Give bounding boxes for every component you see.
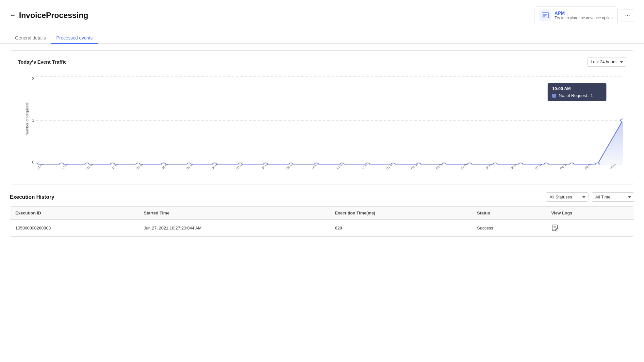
tab-processed-events[interactable]: Processed events	[51, 33, 98, 44]
apm-text: APM Try to explore the advance option	[554, 10, 613, 20]
x-label-4: 03:00 PM	[136, 165, 148, 170]
x-label-0: 11:00 AM	[36, 165, 48, 170]
x-label-5: 04:00 PM	[161, 165, 173, 170]
svg-marker-7	[571, 120, 623, 165]
cell-execution-time: 629	[330, 220, 472, 236]
y-label-2: 2	[32, 76, 34, 81]
x-label-21: 08:00 AM	[559, 165, 572, 170]
header-right: APM Try to explore the advance option ··…	[535, 7, 634, 24]
x-label-7: 06:00 PM	[211, 165, 223, 170]
filter-group: All Statuses Success Failed All Time Las…	[546, 192, 634, 202]
col-view-logs: View Logs	[546, 207, 634, 220]
x-label-12: 11:00 PM	[336, 165, 348, 170]
x-label-2: 01:00 PM	[86, 165, 98, 170]
x-label-6: 05:00 PM	[186, 165, 198, 170]
apm-subtitle: Try to explore the advance option	[554, 16, 613, 20]
execution-section: Execution History All Statuses Success F…	[10, 192, 634, 237]
chart-area: Number of Requests 2 1 0	[18, 73, 626, 178]
cell-view-logs[interactable]	[546, 220, 634, 236]
x-label-16: 03:00 AM	[435, 165, 448, 170]
y-label-1: 1	[32, 118, 34, 123]
col-execution-time: Execution Time(ms)	[330, 207, 472, 220]
header-left: ← InvoiceProcessing	[10, 11, 88, 20]
col-execution-id: Execution ID	[10, 207, 139, 220]
svg-point-31	[620, 119, 623, 122]
apm-icon	[539, 9, 551, 21]
chart-svg	[36, 76, 623, 165]
cell-started-time: Jun 27, 2021 10:27:20:044 AM	[139, 220, 330, 236]
chart-title: Today's Event Traffic	[18, 59, 67, 65]
table-body: 105000000260003 Jun 27, 2021 10:27:20:04…	[10, 220, 634, 236]
x-label-20: 07:00 AM	[535, 165, 547, 170]
apm-title: APM	[554, 10, 613, 16]
x-label-10: 09:00 PM	[286, 165, 298, 170]
x-label-14: 01:00 AM	[386, 165, 398, 170]
x-label-9: 08:00 PM	[261, 165, 273, 170]
chart-card: Today's Event Traffic Last 24 hours Last…	[10, 50, 634, 184]
chart-header: Today's Event Traffic Last 24 hours Last…	[18, 57, 626, 67]
col-started-time: Started Time	[139, 207, 330, 220]
x-label-17: 04:00 AM	[460, 165, 472, 170]
execution-title: Execution History	[10, 194, 54, 200]
page-title: InvoiceProcessing	[19, 11, 88, 20]
x-label-11: 10:00 PM	[311, 165, 323, 170]
more-options-button[interactable]: ···	[621, 9, 634, 22]
cell-status: Success	[472, 220, 546, 236]
view-logs-button[interactable]	[551, 224, 629, 231]
table-row: 105000000260003 Jun 27, 2021 10:27:20:04…	[10, 220, 634, 236]
y-label-0: 0	[32, 160, 34, 165]
status-filter-select[interactable]: All Statuses Success Failed	[546, 192, 588, 202]
x-label-15: 02:00 AM	[410, 165, 423, 170]
more-icon: ···	[625, 12, 630, 19]
x-label-22: 09:00 AM	[584, 165, 597, 170]
tab-bar: General details Processed events	[0, 27, 644, 44]
page-header: ← InvoiceProcessing APM Try to explore t…	[0, 0, 644, 24]
execution-table: Execution ID Started Time Execution Time…	[10, 206, 634, 237]
apm-button[interactable]: APM Try to explore the advance option	[535, 7, 618, 24]
x-label-3: 02:00 PM	[111, 165, 123, 170]
execution-header: Execution History All Statuses Success F…	[10, 192, 634, 202]
x-label-23: 10:00 AM	[609, 165, 621, 170]
table-header: Execution ID Started Time Execution Time…	[10, 207, 634, 220]
col-status: Status	[472, 207, 546, 220]
x-label-8: 07:00 PM	[236, 165, 248, 170]
back-button[interactable]: ←	[10, 12, 16, 19]
x-axis: 11:00 AM 12:00 PM 01:00 PM 02:00 PM 03:0…	[36, 165, 623, 178]
x-label-18: 05:00 AM	[485, 165, 497, 170]
x-label-1: 12:00 PM	[61, 165, 73, 170]
x-label-19: 06:00 AM	[510, 165, 522, 170]
x-label-13: 12:00 AM	[361, 165, 373, 170]
tab-general-details[interactable]: General details	[10, 33, 51, 44]
time-range-select[interactable]: Last 24 hours Last 7 days Last 30 days	[587, 57, 626, 67]
time-filter-select[interactable]: All Time Last 24 hours Last 7 days	[592, 192, 634, 202]
main-content: Today's Event Traffic Last 24 hours Last…	[0, 44, 644, 243]
cell-execution-id: 105000000260003	[10, 220, 139, 236]
